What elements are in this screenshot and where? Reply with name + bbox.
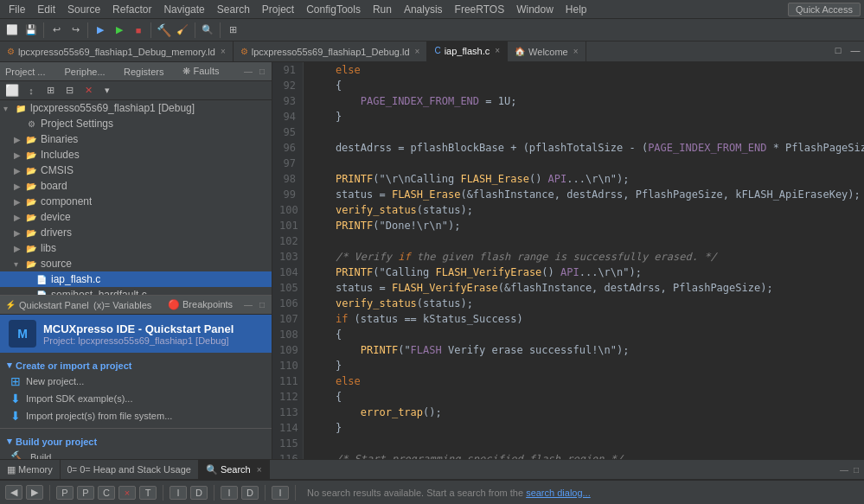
menu-window[interactable]: Window [511, 2, 559, 17]
tree-expand-arrow[interactable]: ▶ [14, 166, 24, 175]
bottom-maximize-button[interactable]: □ [852, 465, 861, 475]
search-prev-button[interactable]: ◀ [5, 485, 22, 500]
menu-configtools[interactable]: ConfigTools [301, 2, 366, 17]
stop-button[interactable]: ■ [130, 22, 147, 39]
menu-analysis[interactable]: Analysis [399, 2, 448, 17]
search-opt-i3[interactable]: I [272, 486, 289, 500]
tree-item[interactable]: 📄semihost_hardfault.c [0, 287, 272, 295]
bottom-tab-heap[interactable]: 0= 0= Heap and Stack Usage [61, 460, 199, 479]
save-button[interactable]: 💾 [22, 22, 40, 39]
search-opt-i1[interactable]: I [170, 486, 187, 500]
project-tb-filter[interactable]: ✕ [80, 82, 97, 99]
search-opt-p1[interactable]: P [56, 486, 74, 500]
clean-button[interactable]: 🧹 [174, 22, 191, 39]
tab-debug-memory[interactable]: ⚙ lpcxpresso55s69_flashiap1_Debug_memory… [0, 41, 234, 61]
menu-edit[interactable]: Edit [32, 2, 61, 17]
qs-import-sdk[interactable]: ⬇ Import SDK example(s)... [7, 390, 265, 407]
qs-maximize-button[interactable]: □ [258, 300, 266, 309]
search-opt-i2[interactable]: I [221, 486, 238, 500]
tab-iap-flash[interactable]: C iap_flash.c × [427, 41, 508, 61]
perspective-button[interactable]: ⊞ [224, 22, 241, 39]
tree-item[interactable]: ⚙Project Settings [0, 116, 272, 131]
menu-file[interactable]: File [3, 2, 30, 17]
menu-refactor[interactable]: Refactor [107, 2, 157, 17]
qs-minimize-button[interactable]: — [242, 300, 254, 309]
debug-button[interactable]: ▶ [92, 22, 109, 39]
tree-expand-arrow[interactable]: ▶ [14, 182, 24, 191]
tab-close-iap-flash[interactable]: × [495, 46, 500, 55]
redo-button[interactable]: ↪ [67, 22, 84, 39]
qs-breakpoints-tab[interactable]: 🔴 Breakpoints [168, 299, 239, 310]
search-next-button[interactable]: ▶ [26, 485, 43, 500]
project-tb-4[interactable]: ⊟ [61, 82, 78, 99]
menu-run[interactable]: Run [368, 2, 397, 17]
search-opt-c[interactable]: C [98, 486, 115, 500]
search-close-icon[interactable]: × [257, 465, 262, 475]
new-button[interactable]: ⬜ [3, 22, 21, 39]
menu-project[interactable]: Project [257, 2, 299, 17]
search-opt-d2[interactable]: D [241, 486, 259, 500]
tree-item[interactable]: ▶📂device [0, 209, 272, 225]
bottom-tab-memory[interactable]: ▦ Memory [0, 460, 61, 479]
qs-variables-tab[interactable]: (x)= Variables [93, 300, 164, 310]
menu-source[interactable]: Source [62, 2, 106, 17]
search-toolbar-button[interactable]: 🔍 [199, 22, 216, 39]
qs-build-link[interactable]: 🔨 Build [7, 449, 265, 459]
menu-help[interactable]: Help [560, 2, 592, 17]
search-opt-x[interactable]: × [118, 486, 136, 500]
project-tb-1[interactable]: ⬜ [3, 82, 21, 99]
tree-item[interactable]: ▶📂libs [0, 240, 272, 256]
tree-expand-arrow[interactable]: ▾ [14, 259, 24, 269]
tab-close-welcome[interactable]: × [573, 47, 579, 56]
tab-debug-ld[interactable]: ⚙ lpcxpresso55s69_flashiap1_Debug.ld × [234, 41, 428, 61]
tree-item[interactable]: ▶📂CMSIS [0, 163, 272, 178]
tab-welcome[interactable]: 🏠 Welcome × [508, 41, 586, 61]
periphe-tab[interactable]: Periphe... [64, 67, 119, 77]
search-opt-p2[interactable]: P [77, 486, 94, 500]
run-button[interactable]: ▶ [111, 22, 128, 39]
tree-item[interactable]: 📄iap_flash.c [0, 271, 272, 287]
tree-item[interactable]: ▶📂board [0, 178, 272, 194]
project-tb-2[interactable]: ↕ [22, 82, 40, 99]
tree-item[interactable]: ▾📂source [0, 256, 272, 271]
search-dialog-link[interactable]: search dialog... [526, 488, 591, 498]
code-content[interactable]: 91 92 93 94 95 96 97 98 99 100 101 102 1… [272, 62, 864, 459]
tree-expand-arrow[interactable]: ▾ [3, 104, 14, 113]
tree-item[interactable]: ▶📂Binaries [0, 131, 272, 147]
tree-item[interactable]: ▾📁lpcxpresso55s69_flashiap1 [Debug] [0, 100, 272, 116]
tree-item-label: Includes [41, 149, 80, 161]
tree-item[interactable]: ▶📂drivers [0, 225, 272, 240]
tab-close-debug-memory[interactable]: × [221, 47, 226, 56]
tree-expand-arrow[interactable]: ▶ [14, 244, 24, 253]
panel-maximize-button[interactable]: □ [258, 67, 266, 76]
bottom-tab-search[interactable]: 🔍 Search × [199, 460, 270, 479]
maximize-editor-button[interactable]: □ [829, 41, 847, 59]
menu-freertos[interactable]: FreeRTOS [450, 2, 510, 17]
tree-item[interactable]: ▶📂Includes [0, 147, 272, 163]
bottom-minimize-button[interactable]: — [838, 465, 850, 475]
build-button[interactable]: 🔨 [155, 22, 172, 39]
panel-minimize-button[interactable]: — [242, 67, 254, 76]
minimize-editor-button[interactable]: — [847, 41, 864, 59]
tree-expand-arrow[interactable]: ▶ [14, 213, 24, 222]
undo-button[interactable]: ↩ [48, 22, 65, 39]
menu-navigate[interactable]: Navigate [158, 2, 209, 17]
tree-expand-arrow[interactable]: ▶ [14, 228, 24, 238]
tree-expand-arrow[interactable]: ▶ [14, 135, 24, 144]
menu-search[interactable]: Search [212, 2, 255, 17]
project-tb-down[interactable]: ▾ [99, 82, 116, 99]
search-opt-t[interactable]: T [139, 486, 157, 500]
tree-expand-arrow[interactable]: ▶ [14, 197, 24, 207]
project-tb-3[interactable]: ⊞ [42, 82, 59, 99]
faults-tab[interactable]: ❋ Faults [182, 66, 238, 77]
quick-access-button[interactable]: Quick Access [788, 3, 861, 16]
search-opt-d1[interactable]: D [190, 486, 208, 500]
tree-item[interactable]: ▶📂component [0, 194, 272, 209]
qs-panel-icon: ⚡ [5, 300, 16, 309]
tree-expand-arrow[interactable]: ▶ [14, 150, 24, 160]
registers-tab[interactable]: Registers [124, 67, 179, 77]
code-text[interactable]: else { PAGE_INDEX_FROM_END = 1U; } destA… [304, 62, 864, 459]
qs-new-project[interactable]: ⊞ New project... [7, 373, 265, 390]
qs-import-project[interactable]: ⬇ Import project(s) from file system... [7, 407, 265, 424]
tab-close-debug-ld[interactable]: × [415, 47, 420, 56]
